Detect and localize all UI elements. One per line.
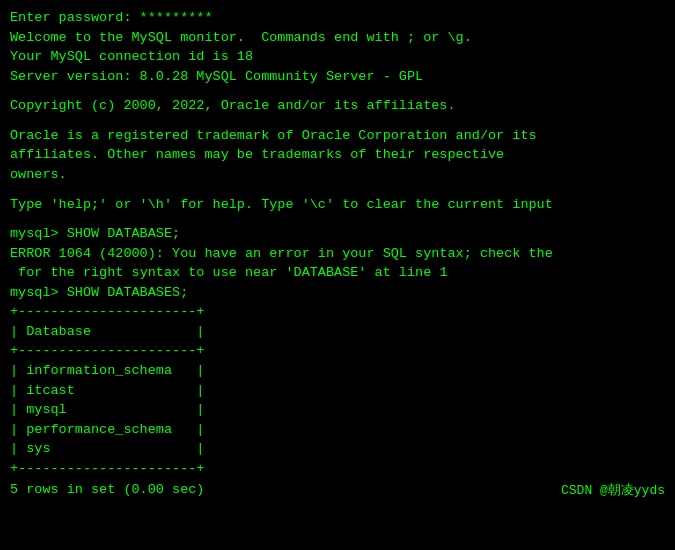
footer-row: 5 rows in set (0.00 sec) CSDN @朝凌yyds <box>10 480 665 500</box>
table-sep: +----------------------+ <box>10 341 665 361</box>
line-error2: for the right syntax to use near 'DATABA… <box>10 263 665 283</box>
table-bottom: +----------------------+ <box>10 459 665 479</box>
blank-4 <box>10 214 665 224</box>
line-enter-password: Enter password: ********* <box>10 8 665 28</box>
table-row-2: | itcast | <box>10 381 665 401</box>
blank-3 <box>10 185 665 195</box>
line-cmd2: mysql> SHOW DATABASES; <box>10 283 665 303</box>
line-connection-id: Your MySQL connection id is 18 <box>10 47 665 67</box>
table-header: | Database | <box>10 322 665 342</box>
line-server-version: Server version: 8.0.28 MySQL Community S… <box>10 67 665 87</box>
line-oracle1: Oracle is a registered trademark of Orac… <box>10 126 665 146</box>
table-row-1: | information_schema | <box>10 361 665 381</box>
watermark: CSDN @朝凌yyds <box>561 481 665 499</box>
line-help: Type 'help;' or '\h' for help. Type '\c'… <box>10 195 665 215</box>
result-text: 5 rows in set (0.00 sec) <box>10 480 204 500</box>
terminal-window: Enter password: ********* Welcome to the… <box>0 0 675 550</box>
line-oracle3: owners. <box>10 165 665 185</box>
blank-1 <box>10 86 665 96</box>
table-row-3: | mysql | <box>10 400 665 420</box>
blank-2 <box>10 116 665 126</box>
table-row-5: | sys | <box>10 439 665 459</box>
line-error1: ERROR 1064 (42000): You have an error in… <box>10 244 665 264</box>
line-cmd1: mysql> SHOW DATABASE; <box>10 224 665 244</box>
line-welcome: Welcome to the MySQL monitor. Commands e… <box>10 28 665 48</box>
table-top: +----------------------+ <box>10 302 665 322</box>
table-row-4: | performance_schema | <box>10 420 665 440</box>
line-oracle2: affiliates. Other names may be trademark… <box>10 145 665 165</box>
line-copyright: Copyright (c) 2000, 2022, Oracle and/or … <box>10 96 665 116</box>
